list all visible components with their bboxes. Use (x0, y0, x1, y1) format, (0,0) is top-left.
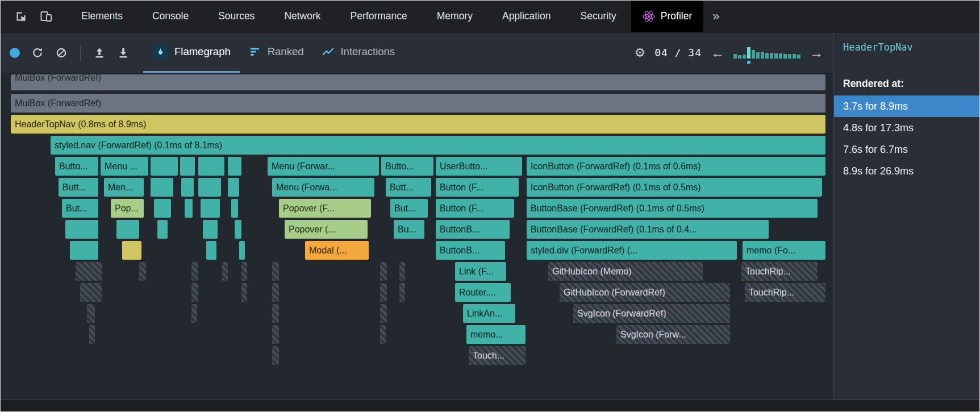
flame-bar[interactable]: SvgIcon (Forw... (616, 325, 730, 344)
commit-bar[interactable] (770, 53, 773, 59)
flame-bar-small[interactable] (198, 157, 224, 176)
flame-bar-small[interactable] (116, 220, 139, 239)
flame-bar-small[interactable] (228, 178, 239, 197)
inspect-cursor-icon[interactable] (14, 10, 28, 23)
commit-bar[interactable] (733, 54, 737, 59)
flame-bar-small[interactable] (272, 346, 279, 365)
download-icon[interactable] (117, 47, 130, 59)
flame-bar[interactable]: IconButton (ForwardRef) (0.1ms of 0.5ms) (527, 178, 822, 197)
flame-bar[interactable]: Butt... (59, 178, 98, 197)
flame-bar[interactable]: Modal (... (305, 241, 369, 260)
flame-bar[interactable]: IconButton (ForwardRef) (0.1ms of 0.6ms) (527, 157, 825, 176)
flame-bar[interactable]: Butto... (55, 157, 98, 176)
flame-bar-small[interactable] (380, 304, 387, 323)
flame-bar[interactable]: Popover (... (285, 220, 368, 239)
flame-bar[interactable]: Button (F... (436, 199, 514, 218)
flame-bar[interactable]: But... (390, 199, 428, 218)
flame-bar-small[interactable] (380, 325, 386, 344)
flame-bar-small[interactable] (241, 283, 247, 302)
commit-list-item[interactable]: 3.7s for 8.9ms (834, 95, 979, 117)
commit-bar[interactable] (761, 52, 764, 59)
flame-bar[interactable]: Menu ... (101, 157, 148, 176)
flame-bar[interactable]: But... (62, 199, 98, 218)
flame-bar[interactable]: ButtonBase (ForwardRef) (0.1ms of 0.4... (527, 220, 769, 239)
commit-bar[interactable] (774, 53, 778, 59)
flame-bar-small[interactable] (185, 199, 193, 218)
flame-bar[interactable]: MuiBox (ForwardRef) (11, 74, 825, 90)
flame-bar[interactable]: HeaderTopNav (0.8ms of 8.9ms) (11, 115, 825, 134)
flame-bar-small[interactable] (241, 262, 247, 281)
commit-list-item[interactable]: 8.9s for 26.9ms (834, 160, 979, 182)
flame-bar[interactable]: ButtonB... (436, 220, 510, 239)
flame-bar[interactable]: ButtonB... (436, 241, 505, 260)
flame-bar[interactable]: MuiBox (ForwardRef) (11, 94, 825, 113)
tab-profiler[interactable]: Profiler (631, 1, 703, 32)
flame-bar-small[interactable] (198, 178, 221, 197)
tab-security[interactable]: Security (566, 1, 631, 32)
tab-console[interactable]: Console (137, 1, 203, 32)
tab-performance[interactable]: Performance (336, 1, 422, 32)
flame-bar-small[interactable] (70, 241, 98, 260)
flame-bar[interactable]: Bu... (394, 220, 424, 239)
flame-bar-small[interactable] (272, 262, 279, 281)
flame-bar[interactable]: TouchRip... (741, 262, 818, 281)
commit-list-item[interactable]: 4.8s for 17.3ms (834, 117, 979, 139)
flame-bar-small[interactable] (206, 241, 216, 260)
reload-icon[interactable] (31, 47, 44, 59)
flame-bar[interactable]: ButtonBase (ForwardRef) (0.1ms of 0.5ms) (527, 199, 818, 218)
flame-bar[interactable]: Men... (104, 178, 144, 197)
flame-bar-small[interactable] (201, 199, 220, 218)
device-toolbar-icon[interactable] (39, 10, 53, 23)
flame-bar-small[interactable] (122, 241, 141, 260)
flame-bar[interactable]: memo... (466, 325, 526, 344)
flame-bar[interactable]: TouchRip... (745, 283, 825, 302)
flame-bar-small[interactable] (65, 220, 98, 239)
flame-bar-small[interactable] (191, 304, 197, 323)
chevron-double-right-icon[interactable]: » (703, 1, 728, 32)
flame-bar-small[interactable] (87, 304, 95, 323)
flame-bar-small[interactable] (180, 157, 195, 176)
flame-bar-small[interactable] (399, 283, 405, 302)
flame-bar[interactable]: LinkAn... (463, 304, 515, 323)
commit-bar[interactable] (752, 50, 755, 59)
flame-bar-small[interactable] (151, 157, 178, 176)
commit-bar-chart[interactable] (733, 45, 800, 59)
flame-bar[interactable]: styled.div (ForwardRef) (... (527, 241, 737, 260)
flame-bar[interactable]: Menu (Forwar... (268, 157, 379, 176)
commit-bar[interactable] (788, 54, 791, 59)
flame-bar[interactable]: Menu (Forwa... (272, 178, 374, 197)
flame-bar-small[interactable] (76, 262, 102, 281)
flame-bar[interactable]: Popover (F... (279, 199, 371, 218)
flame-bar-small[interactable] (380, 283, 387, 302)
tab-memory[interactable]: Memory (422, 1, 487, 32)
tab-sources[interactable]: Sources (203, 1, 269, 32)
flame-bar[interactable]: GitHubIcon (ForwardRef) (560, 283, 730, 302)
flame-bar-small[interactable] (89, 325, 95, 344)
tab-interactions[interactable]: Interactions (313, 32, 404, 73)
commit-bar[interactable] (793, 54, 796, 59)
tab-application[interactable]: Application (487, 1, 566, 32)
flame-bar[interactable]: UserButto... (436, 157, 522, 176)
flame-bar-small[interactable] (272, 325, 279, 344)
commit-bar[interactable] (783, 54, 787, 59)
flame-bar-small[interactable] (80, 283, 102, 302)
flame-bar[interactable]: Touch... (469, 346, 526, 365)
gear-icon[interactable]: ⚙ (634, 45, 645, 60)
flame-bar[interactable]: Button (F... (436, 178, 519, 197)
flame-bar-small[interactable] (239, 241, 245, 260)
flame-bar-small[interactable] (157, 220, 168, 239)
clear-icon[interactable] (55, 47, 68, 59)
flame-bar-small[interactable] (181, 178, 194, 197)
commit-bar[interactable] (747, 47, 750, 59)
commit-bar[interactable] (765, 53, 769, 59)
flame-bar-small[interactable] (399, 262, 405, 281)
tab-ranked[interactable]: Ranked (240, 32, 314, 73)
flame-bar-small[interactable] (272, 304, 279, 323)
tab-elements[interactable]: Elements (66, 1, 137, 32)
commit-bar[interactable] (743, 55, 746, 59)
flame-bar-small[interactable] (151, 178, 173, 197)
record-icon[interactable] (10, 48, 20, 58)
flame-bar[interactable]: memo (Fo... (743, 241, 825, 260)
commit-bar[interactable] (779, 53, 782, 59)
flame-bar[interactable]: SvgIcon (ForwardRef) (573, 304, 730, 323)
